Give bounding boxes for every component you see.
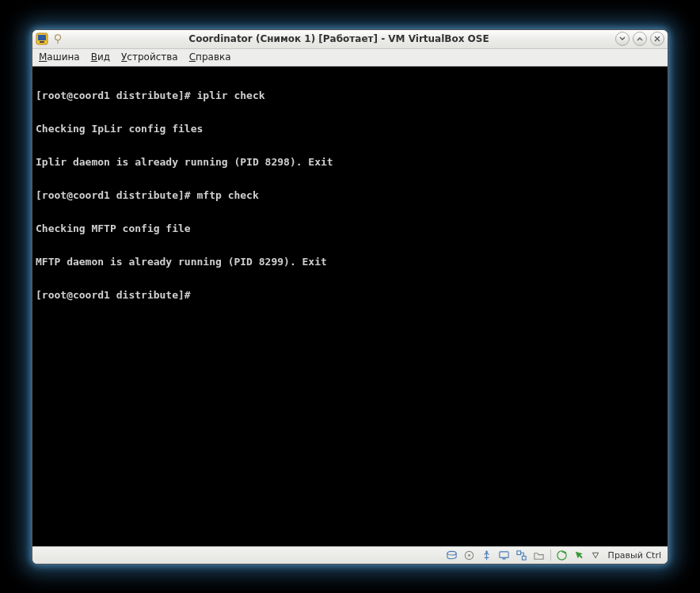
svg-point-13: [557, 550, 566, 559]
svg-point-3: [55, 35, 61, 40]
hostkey-label: Правый Ctrl: [608, 550, 661, 561]
window-title: Coordinator (Снимок 1) [Работает] - VM V…: [67, 33, 611, 44]
svg-rect-1: [38, 35, 46, 40]
capture-icon[interactable]: [556, 549, 569, 561]
hostkey-icon: [591, 549, 602, 561]
svg-rect-2: [40, 41, 44, 43]
usb-icon[interactable]: [481, 549, 493, 561]
terminal-line: [root@coord1 distribute]# iplir check: [36, 90, 664, 101]
statusbar: Правый Ctrl: [32, 546, 668, 564]
menu-help[interactable]: Справка: [189, 51, 231, 63]
terminal-line: [root@coord1 distribute]# mftp check: [36, 190, 664, 201]
status-separator: [550, 549, 551, 561]
terminal-line: [root@coord1 distribute]#: [36, 290, 664, 301]
close-button[interactable]: [650, 32, 664, 46]
svg-rect-10: [503, 558, 506, 559]
terminal-line: Checking MFTP config file: [36, 223, 664, 234]
virtualbox-window: Coordinator (Снимок 1) [Работает] - VM V…: [32, 29, 668, 564]
shared-folder-icon[interactable]: [533, 549, 546, 561]
network-icon[interactable]: [515, 549, 528, 561]
svg-point-8: [485, 550, 487, 552]
menubar: Машина Вид Устройства Справка: [32, 49, 668, 67]
terminal-line: MFTP daemon is already running (PID 8299…: [36, 257, 664, 268]
server-icon[interactable]: [463, 549, 476, 561]
titlebar[interactable]: Coordinator (Снимок 1) [Работает] - VM V…: [32, 30, 668, 49]
svg-rect-11: [517, 550, 521, 554]
disk-icon[interactable]: [446, 549, 458, 561]
menu-devices[interactable]: Устройства: [121, 51, 178, 63]
svg-point-7: [468, 554, 470, 557]
menu-machine[interactable]: Машина: [39, 51, 80, 63]
app-icon: [36, 32, 48, 45]
pin-icon[interactable]: [51, 32, 64, 45]
minimize-button[interactable]: [615, 32, 630, 46]
display-icon[interactable]: [498, 549, 511, 561]
svg-rect-12: [523, 556, 527, 560]
terminal-line: Checking IpLir config files: [36, 124, 664, 135]
terminal-line: Iplir daemon is already running (PID 829…: [36, 157, 664, 168]
terminal[interactable]: [root@coord1 distribute]# iplir check Ch…: [32, 67, 668, 546]
maximize-button[interactable]: [633, 32, 647, 46]
svg-point-5: [447, 551, 456, 555]
mouse-integration-icon[interactable]: [573, 549, 586, 561]
svg-rect-9: [500, 551, 508, 557]
menu-view[interactable]: Вид: [91, 51, 110, 63]
